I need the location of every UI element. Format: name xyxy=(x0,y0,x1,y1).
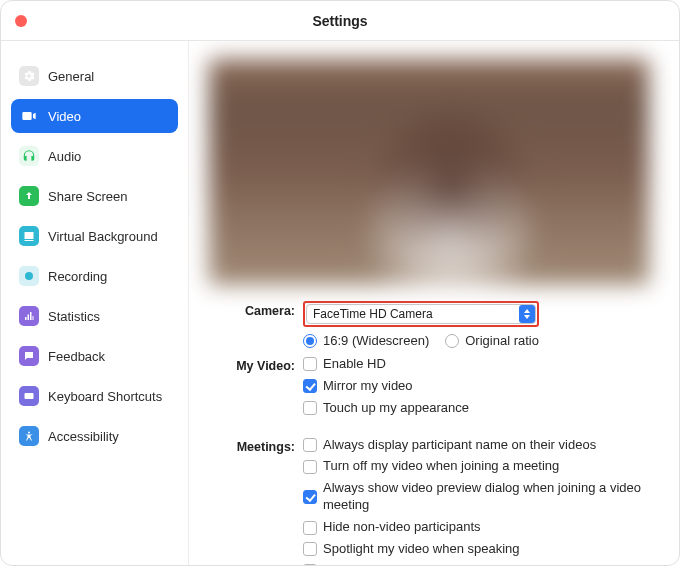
stats-icon xyxy=(19,306,39,326)
checkbox-label: Touch up my appearance xyxy=(323,400,469,417)
checkbox-icon xyxy=(303,379,317,393)
sidebar-item-video[interactable]: Video xyxy=(11,99,178,133)
turn-off-video-checkbox[interactable]: Turn off my video when joining a meeting xyxy=(303,458,659,475)
video-settings-form: Camera: FaceTime HD Camera 16:9 (Widescr… xyxy=(209,301,659,566)
sidebar-item-keyboard-shortcuts[interactable]: Keyboard Shortcuts xyxy=(11,379,178,413)
svg-point-0 xyxy=(25,272,33,280)
video-icon xyxy=(19,106,39,126)
show-preview-checkbox[interactable]: Always show video preview dialog when jo… xyxy=(303,480,659,514)
headphones-icon xyxy=(19,146,39,166)
settings-window: Settings General Video Audio xyxy=(0,0,680,566)
video-preview xyxy=(209,59,649,285)
sidebar-item-audio[interactable]: Audio xyxy=(11,139,178,173)
sidebar-item-label: Share Screen xyxy=(48,189,128,204)
camera-select-highlight: FaceTime HD Camera xyxy=(303,301,539,327)
spotlight-checkbox[interactable]: Spotlight my video when speaking xyxy=(303,541,659,558)
sidebar-item-accessibility[interactable]: Accessibility xyxy=(11,419,178,453)
sidebar-item-label: Accessibility xyxy=(48,429,119,444)
dropdown-stepper-icon xyxy=(519,305,535,323)
checkbox-icon xyxy=(303,438,317,452)
checkbox-icon xyxy=(303,490,317,504)
checkbox-label: Turn off my video when joining a meeting xyxy=(323,458,559,475)
titlebar: Settings xyxy=(1,1,679,41)
sidebar-item-virtual-background[interactable]: Virtual Background xyxy=(11,219,178,253)
sidebar-item-label: Virtual Background xyxy=(48,229,158,244)
checkbox-label: Spotlight my video when speaking xyxy=(323,541,520,558)
checkbox-label: Always show video preview dialog when jo… xyxy=(323,480,659,514)
sidebar-item-feedback[interactable]: Feedback xyxy=(11,339,178,373)
aspect-original-radio[interactable]: Original ratio xyxy=(445,333,539,350)
myvideo-label: My Video: xyxy=(209,356,295,417)
close-icon[interactable] xyxy=(15,15,27,27)
sidebar-item-statistics[interactable]: Statistics xyxy=(11,299,178,333)
window-controls xyxy=(15,15,27,27)
sidebar-item-recording[interactable]: Recording xyxy=(11,259,178,293)
content: Camera: FaceTime HD Camera 16:9 (Widescr… xyxy=(189,41,679,566)
enable-hd-checkbox[interactable]: Enable HD xyxy=(303,356,659,373)
checkbox-label: Hide non-video participants xyxy=(323,519,481,536)
checkbox-icon xyxy=(303,401,317,415)
display-name-checkbox[interactable]: Always display participant name on their… xyxy=(303,437,659,454)
checkbox-icon xyxy=(303,357,317,371)
sidebar-item-label: Feedback xyxy=(48,349,105,364)
meetings-label: Meetings: xyxy=(209,437,295,566)
accessibility-icon xyxy=(19,426,39,446)
svg-rect-1 xyxy=(25,393,34,399)
body: General Video Audio Share Screen xyxy=(1,41,679,566)
mirror-video-checkbox[interactable]: Mirror my video xyxy=(303,378,659,395)
camera-select[interactable]: FaceTime HD Camera xyxy=(306,304,536,324)
checkbox-icon xyxy=(303,521,317,535)
checkbox-label: Always display participant name on their… xyxy=(323,437,596,454)
checkbox-label: Enable HD xyxy=(323,356,386,373)
sidebar-item-label: Keyboard Shortcuts xyxy=(48,389,162,404)
checkbox-icon xyxy=(303,460,317,474)
share-screen-icon xyxy=(19,186,39,206)
page-title: Settings xyxy=(312,13,367,29)
svg-point-2 xyxy=(28,432,30,434)
sidebar-item-label: Video xyxy=(48,109,81,124)
touchup-checkbox[interactable]: Touch up my appearance xyxy=(303,400,659,417)
feedback-icon xyxy=(19,346,39,366)
camera-label: Camera: xyxy=(209,301,295,327)
sidebar-item-label: Audio xyxy=(48,149,81,164)
hide-nonvideo-checkbox[interactable]: Hide non-video participants xyxy=(303,519,659,536)
sidebar-item-general[interactable]: General xyxy=(11,59,178,93)
gear-icon xyxy=(19,66,39,86)
checkbox-icon xyxy=(303,542,317,556)
camera-select-value: FaceTime HD Camera xyxy=(313,307,433,321)
radio-icon xyxy=(445,334,459,348)
record-icon xyxy=(19,266,39,286)
background-icon xyxy=(19,226,39,246)
aspect-169-radio[interactable]: 16:9 (Widescreen) xyxy=(303,333,429,350)
sidebar-item-label: General xyxy=(48,69,94,84)
sidebar-item-share-screen[interactable]: Share Screen xyxy=(11,179,178,213)
keyboard-icon xyxy=(19,386,39,406)
radio-label: Original ratio xyxy=(465,333,539,350)
radio-label: 16:9 (Widescreen) xyxy=(323,333,429,350)
radio-icon xyxy=(303,334,317,348)
sidebar: General Video Audio Share Screen xyxy=(1,41,189,566)
sidebar-item-label: Statistics xyxy=(48,309,100,324)
checkbox-label: Mirror my video xyxy=(323,378,413,395)
sidebar-item-label: Recording xyxy=(48,269,107,284)
